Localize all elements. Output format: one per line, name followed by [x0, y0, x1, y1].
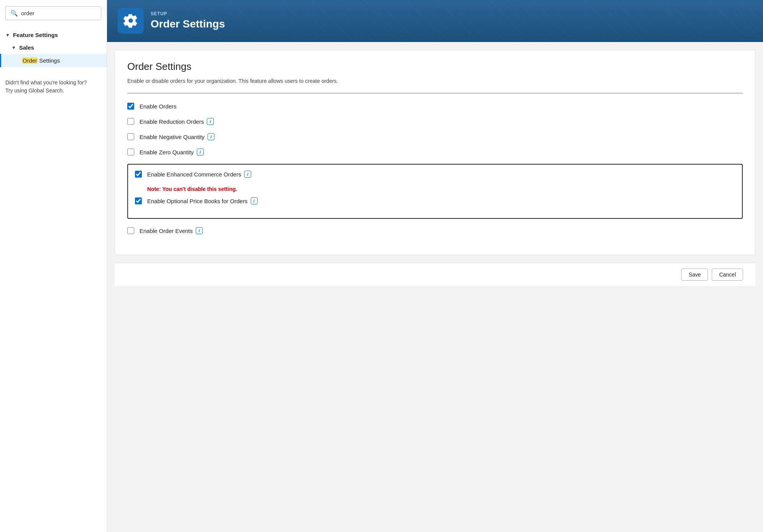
enable-enhanced-commerce-row: Enable Enhanced Commerce Orders i: [135, 171, 735, 178]
enable-negative-quantity-text: Enable Negative Quantity: [140, 134, 205, 140]
enhanced-commerce-info-icon[interactable]: i: [244, 171, 251, 178]
order-settings-nav[interactable]: Order Settings: [0, 54, 107, 67]
enable-zero-quantity-label[interactable]: Enable Zero Quantity i: [140, 149, 204, 155]
header-text: SETUP Order Settings: [151, 11, 225, 30]
nav-item-highlight: Order Settings: [22, 57, 60, 64]
enable-orders-row: Enable Orders: [127, 103, 743, 110]
sales-label: Sales: [19, 44, 34, 51]
cancel-button[interactable]: Cancel: [712, 268, 743, 281]
enable-optional-price-books-text: Enable Optional Price Books for Orders: [147, 198, 248, 204]
enhanced-commerce-note: Note: You can't disable this setting.: [147, 186, 735, 192]
enable-enhanced-commerce-label[interactable]: Enable Enhanced Commerce Orders i: [147, 171, 251, 178]
enable-orders-text: Enable Orders: [140, 103, 177, 110]
hint-text: Didn't find what you're looking for?Try …: [5, 79, 87, 94]
content-title: Order Settings: [127, 61, 743, 73]
enable-negative-quantity-label[interactable]: Enable Negative Quantity i: [140, 133, 214, 140]
enable-order-events-row: Enable Order Events i: [127, 227, 743, 234]
nav-item-highlight-text: Order: [22, 57, 37, 64]
footer-bar: Save Cancel: [115, 263, 755, 286]
sidebar: 🔍 ▼ Feature Settings ▼ Sales Order Setti…: [0, 0, 107, 532]
setup-label: SETUP: [151, 11, 225, 16]
feature-settings-label: Feature Settings: [13, 32, 58, 38]
page-header: SETUP Order Settings: [107, 0, 763, 42]
gear-icon: [123, 13, 138, 28]
search-icon: 🔍: [10, 10, 18, 17]
enable-optional-price-books-label[interactable]: Enable Optional Price Books for Orders i: [147, 197, 258, 204]
content-area: Order Settings Enable or disable orders …: [107, 42, 763, 532]
optional-price-books-info-icon[interactable]: i: [251, 197, 258, 204]
feature-settings-nav[interactable]: ▼ Feature Settings: [0, 29, 107, 41]
main-area: SETUP Order Settings Order Settings Enab…: [107, 0, 763, 532]
enable-orders-checkbox[interactable]: [127, 103, 134, 110]
reduction-orders-info-icon[interactable]: i: [207, 118, 214, 125]
enable-optional-price-books-row: Enable Optional Price Books for Orders i: [135, 197, 735, 204]
nav-section: ▼ Feature Settings ▼ Sales Order Setting…: [0, 26, 107, 70]
enhanced-commerce-box: Enable Enhanced Commerce Orders i Note: …: [127, 164, 743, 219]
enable-zero-quantity-row: Enable Zero Quantity i: [127, 149, 743, 155]
enable-negative-quantity-checkbox[interactable]: [127, 133, 134, 140]
search-box[interactable]: 🔍: [5, 6, 101, 20]
enable-optional-price-books-checkbox[interactable]: [135, 197, 142, 204]
enable-order-events-label[interactable]: Enable Order Events i: [140, 227, 203, 234]
enable-order-events-checkbox[interactable]: [127, 227, 134, 234]
content-card: Order Settings Enable or disable orders …: [115, 50, 755, 255]
enable-reduction-orders-checkbox[interactable]: [127, 118, 134, 125]
enable-enhanced-commerce-checkbox[interactable]: [135, 171, 142, 178]
enable-orders-label[interactable]: Enable Orders: [140, 103, 177, 110]
order-events-info-icon[interactable]: i: [196, 227, 203, 234]
enable-order-events-text: Enable Order Events: [140, 228, 193, 234]
divider: [127, 93, 743, 94]
enable-zero-quantity-checkbox[interactable]: [127, 149, 134, 155]
content-description: Enable or disable orders for your organi…: [127, 77, 743, 85]
enable-enhanced-commerce-text: Enable Enhanced Commerce Orders: [147, 171, 241, 178]
header-page-title: Order Settings: [151, 18, 225, 30]
chevron-down-icon: ▼: [5, 32, 10, 38]
enable-reduction-orders-text: Enable Reduction Orders: [140, 118, 204, 125]
enable-negative-quantity-row: Enable Negative Quantity i: [127, 133, 743, 140]
header-icon: [118, 8, 144, 34]
enable-zero-quantity-text: Enable Zero Quantity: [140, 149, 194, 155]
sidebar-hint: Didn't find what you're looking for?Try …: [0, 70, 107, 104]
chevron-down-icon: ▼: [11, 45, 16, 50]
nav-item-suffix: Settings: [37, 57, 60, 64]
zero-quantity-info-icon[interactable]: i: [197, 149, 204, 155]
enable-reduction-orders-row: Enable Reduction Orders i: [127, 118, 743, 125]
negative-quantity-info-icon[interactable]: i: [208, 133, 214, 140]
save-button[interactable]: Save: [681, 268, 708, 281]
search-input[interactable]: [21, 10, 96, 16]
sales-nav[interactable]: ▼ Sales: [0, 41, 107, 54]
enable-reduction-orders-label[interactable]: Enable Reduction Orders i: [140, 118, 214, 125]
